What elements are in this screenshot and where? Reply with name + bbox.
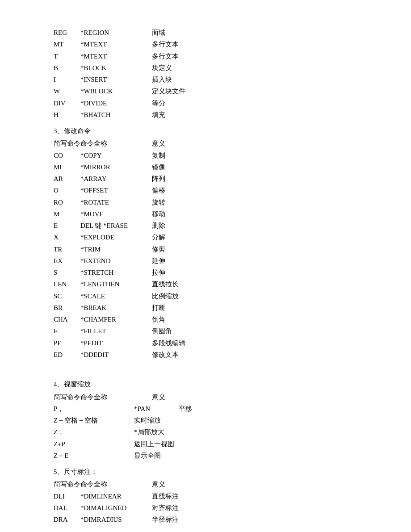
full-command-cell: *DIMRADIUS xyxy=(80,514,152,525)
header-full: 命令全称 xyxy=(80,478,152,490)
full-command-cell: *DIMLINEAR xyxy=(80,490,152,502)
abbr-cell: ED xyxy=(54,349,80,360)
abbr-cell: RO xyxy=(54,197,80,208)
full-command-cell: DEL 键 *ERASE xyxy=(80,220,152,231)
full-command-cell: *DIMALIGNED xyxy=(80,502,152,514)
full-command-cell: *EXPLODE xyxy=(80,231,152,243)
command-table: REG*REGION面域MT*MTEXT多行文本T*MTEXT多行文本B*BLO… xyxy=(54,27,375,121)
meaning-cell: 面域 xyxy=(152,27,241,38)
meaning-cell: 移动 xyxy=(152,208,241,220)
full-command-cell: *BLOCK xyxy=(80,62,152,74)
meaning-cell: 删除 xyxy=(152,220,241,231)
full-command-cell: *STRETCH xyxy=(80,267,152,278)
table-row: I*INSERT插入块 xyxy=(54,74,375,85)
blank-line xyxy=(54,362,375,374)
abbr-cell: LEN xyxy=(54,278,80,290)
abbr-cell: T xyxy=(54,50,80,62)
table-row: T*MTEXT多行文本 xyxy=(54,50,375,62)
full-command-cell: *TRIM xyxy=(80,243,152,255)
abbr-cell: Z+P xyxy=(54,438,134,450)
table-row: RO*ROTATE旋转 xyxy=(54,197,375,208)
meaning-cell: 多行文本 xyxy=(152,50,241,62)
header-meaning: 意义 xyxy=(152,478,241,490)
header-abbr: 简写命令 xyxy=(54,391,80,403)
abbr-cell: I xyxy=(54,74,80,85)
abbr-cell: MI xyxy=(54,161,80,173)
full-command-cell: *INSERT xyxy=(80,74,152,85)
full-command-cell: *ROTATE xyxy=(80,197,152,208)
full-command-cell: *PEDIT xyxy=(80,337,152,349)
meaning-cell: 修剪 xyxy=(152,243,241,255)
full-command-cell: *FILLET xyxy=(80,325,152,337)
table-row: H*BHATCH填充 xyxy=(54,109,375,121)
full-command-cell: *MOVE xyxy=(80,208,152,220)
meaning-cell: 多行文本 xyxy=(152,38,241,50)
abbr-cell: P， xyxy=(54,403,134,415)
table-row: DAL*DIMALIGNED对齐标注 xyxy=(54,502,375,514)
table-row: EDEL 键 *ERASE删除 xyxy=(54,220,375,231)
header-meaning: 意义 xyxy=(152,138,241,149)
meaning-cell: 镜像 xyxy=(152,161,241,173)
abbr-cell: PE xyxy=(54,337,80,349)
abbr-cell: S xyxy=(54,267,80,278)
table-row: Z＋空格＋空格实时缩放 xyxy=(54,415,375,426)
full-command-cell: *WBLOCK xyxy=(80,85,152,97)
full-command-cell: *LENGTHEN xyxy=(80,278,152,290)
full-command-cell: *DIVIDE xyxy=(80,97,152,109)
table-row: Z+P返回上一视图 xyxy=(54,438,375,450)
abbr-cell: AR xyxy=(54,173,80,184)
table-row: F*FILLET倒圆角 xyxy=(54,325,375,337)
table-row: AR*ARRAY阵列 xyxy=(54,173,375,184)
full-command-cell: *ARRAY xyxy=(80,173,152,184)
table-row: EX*EXTEND延伸 xyxy=(54,255,375,267)
table-row: P，*PAN平移 xyxy=(54,403,375,415)
command-table: CO*COPY复制MI*MIRROR镜像AR*ARRAY阵列O*OFFSET偏移… xyxy=(54,150,375,361)
header-full: 命令全称 xyxy=(80,138,152,149)
table-row: CHA*CHAMFER倒角 xyxy=(54,314,375,325)
full-command-cell: *MTEXT xyxy=(80,38,152,50)
meaning-cell: 对齐标注 xyxy=(152,502,241,514)
table-header-row: 简写命令命令全称意义 xyxy=(54,478,375,490)
table-row: DIV*DIVIDE等分 xyxy=(54,97,375,109)
table-row: O*OFFSET偏移 xyxy=(54,184,375,196)
abbr-cell: REG xyxy=(54,27,80,38)
meaning-cell: 填充 xyxy=(152,109,241,121)
table-row: B*BLOCK块定义 xyxy=(54,62,375,74)
abbr-cell: DIV xyxy=(54,97,80,109)
table-row: ED*DDEDIT修改文本 xyxy=(54,349,375,360)
abbr-cell: DAL xyxy=(54,502,80,514)
abbr-cell: CO xyxy=(54,150,80,161)
command-table: DLI*DIMLINEAR直线标注DAL*DIMALIGNED对齐标注DRA*D… xyxy=(54,490,375,526)
table-row: Z＋E显示全图 xyxy=(54,450,375,461)
meaning-cell: 块定义 xyxy=(152,62,241,74)
abbr-cell: DLI xyxy=(54,490,80,502)
special-command-table: P，*PAN平移Z＋空格＋空格实时缩放Z，*局部放大Z+P返回上一视图Z＋E显示… xyxy=(54,403,375,461)
meaning-cell: 分解 xyxy=(152,231,241,243)
meaning-cell: 直线拉长 xyxy=(152,278,241,290)
header-abbr: 简写命令 xyxy=(54,478,80,490)
meaning-cell: 半径标注 xyxy=(152,514,241,525)
abbr-cell: H xyxy=(54,109,80,121)
table-row: M*MOVE移动 xyxy=(54,208,375,220)
meaning-cell: 复制 xyxy=(152,150,241,161)
meaning-cell: 等分 xyxy=(152,97,241,109)
abbr-cell: BR xyxy=(54,302,80,314)
table-row: MT*MTEXT多行文本 xyxy=(54,38,375,50)
table-row: DRA*DIMRADIUS半径标注 xyxy=(54,514,375,525)
meaning-cell: 旋转 xyxy=(152,197,241,208)
abbr-cell: O xyxy=(54,184,80,196)
meaning-cell: 实时缩放 xyxy=(134,415,161,426)
table-row: CO*COPY复制 xyxy=(54,150,375,161)
abbr-cell: Z＋空格＋空格 xyxy=(54,415,134,426)
section-title: 3、修改命令 xyxy=(54,125,375,137)
full-command-cell: *DDEDIT xyxy=(80,349,152,360)
table-row: PE*PEDIT多段线编辑 xyxy=(54,337,375,349)
header-full: 命令全称 xyxy=(80,391,152,403)
meaning-cell: 倒圆角 xyxy=(152,325,241,337)
full-command-cell: *MTEXT xyxy=(80,50,152,62)
table-row: W*WBLOCK定义块文件 xyxy=(54,85,375,97)
meaning-cell: 显示全图 xyxy=(134,450,161,461)
table-row: REG*REGION面域 xyxy=(54,27,375,38)
abbr-cell: Z＋E xyxy=(54,450,134,461)
table-header-row: 简写命令命令全称意义 xyxy=(54,391,375,403)
